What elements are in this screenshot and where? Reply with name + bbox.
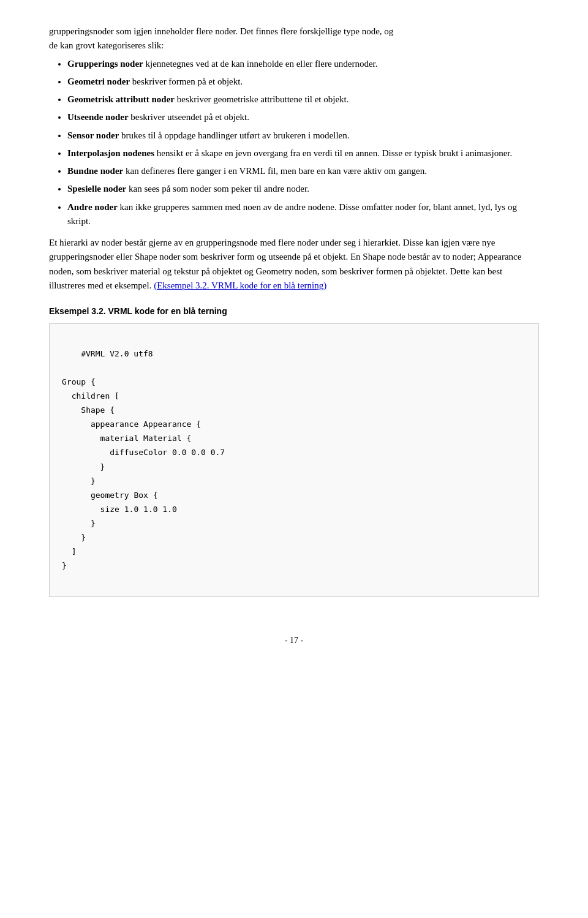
intro-line2: de kan grovt kategoriseres slik: xyxy=(49,40,164,50)
bullet-text-8: kan ikke grupperes sammen med noen av de… xyxy=(67,202,517,226)
bullet-bold-2: Geometrisk attributt noder xyxy=(67,94,175,104)
list-item: Geometrisk attributt noder beskriver geo… xyxy=(67,92,539,107)
bullet-text-5: hensikt er å skape en jevn overgang fra … xyxy=(154,148,512,158)
example-link[interactable]: (Eksempel 3.2. VRML kode for en blå tern… xyxy=(154,280,326,290)
example-title: Eksempel 3.2. VRML kode for en blå terni… xyxy=(49,305,539,318)
intro-line1: grupperingsnoder som igjen inneholder fl… xyxy=(49,26,393,36)
bullet-text-3: beskriver utseendet på et objekt. xyxy=(129,112,249,122)
bullet-bold-3: Utseende noder xyxy=(67,112,129,122)
bullet-bold-5: Interpolasjon nodenes xyxy=(67,148,154,158)
list-item: Andre noder kan ikke grupperes sammen me… xyxy=(67,200,539,229)
list-item: Geometri noder beskriver formen på et ob… xyxy=(67,75,539,89)
bullet-text-6: kan defineres flere ganger i en VRML fil… xyxy=(123,166,427,176)
page-footer: - 17 - xyxy=(49,634,539,647)
list-item: Utseende noder beskriver utseendet på et… xyxy=(67,110,539,124)
intro-text: grupperingsnoder som igjen inneholder fl… xyxy=(49,24,539,53)
bullet-bold-0: Grupperings noder xyxy=(67,59,143,69)
bullet-text-4: brukes til å oppdage handlinger utført a… xyxy=(119,130,349,140)
body-paragraph: Et hierarki av noder består gjerne av en… xyxy=(49,236,539,293)
code-block: #VRML V2.0 utf8 Group { children [ Shape… xyxy=(49,323,539,598)
page-number: - 17 - xyxy=(285,636,303,645)
bullet-text-7: kan sees på som noder som peker til andr… xyxy=(126,184,309,194)
page-content: grupperingsnoder som igjen inneholder fl… xyxy=(49,24,539,597)
list-item: Interpolasjon nodenes hensikt er å skape… xyxy=(67,146,539,160)
bullet-text-0: kjennetegnes ved at de kan inneholde en … xyxy=(143,59,378,69)
bullet-bold-8: Andre noder xyxy=(67,202,118,212)
bullet-bold-4: Sensor noder xyxy=(67,130,119,140)
list-item: Spesielle noder kan sees på som noder so… xyxy=(67,182,539,196)
bullet-bold-1: Geometri noder xyxy=(67,77,130,86)
bullet-bold-6: Bundne noder xyxy=(67,166,123,176)
bullet-bold-7: Spesielle noder xyxy=(67,184,126,194)
code-text: #VRML V2.0 utf8 Group { children [ Shape… xyxy=(62,349,225,570)
list-item: Bundne noder kan defineres flere ganger … xyxy=(67,164,539,178)
list-item: Grupperings noder kjennetegnes ved at de… xyxy=(67,57,539,71)
bullet-text-1: beskriver formen på et objekt. xyxy=(130,77,243,86)
bullet-list: Grupperings noder kjennetegnes ved at de… xyxy=(67,57,539,229)
list-item: Sensor noder brukes til å oppdage handli… xyxy=(67,129,539,143)
bullet-text-2: beskriver geometriske attributtene til e… xyxy=(175,94,349,104)
